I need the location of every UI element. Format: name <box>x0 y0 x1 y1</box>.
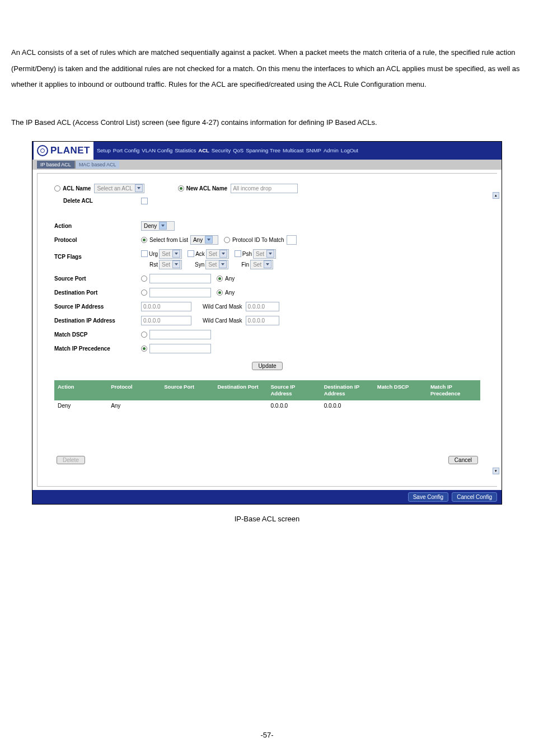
td-action: Deny <box>54 400 107 411</box>
logo: PLANET <box>34 142 93 160</box>
tab-ip-acl[interactable]: IP based ACL <box>37 161 74 169</box>
page-number: -57- <box>0 731 534 739</box>
dstip-input[interactable] <box>141 316 191 325</box>
td-protocol: Any <box>107 400 161 411</box>
srcport-input[interactable] <box>149 274 211 283</box>
th-srcip: Source IP Address <box>268 382 321 399</box>
protocol-label: Protocol <box>54 237 141 243</box>
ack-select[interactable]: Set <box>206 249 229 259</box>
chevron-down-icon <box>135 184 143 192</box>
nav-snmp[interactable]: SNMP <box>306 147 321 153</box>
psh-select[interactable]: Set <box>253 249 276 259</box>
chevron-down-icon <box>159 222 167 230</box>
th-dstport: Destination Port <box>214 382 267 399</box>
main-nav: Setup Port Config VLAN Config Statistics… <box>97 147 358 153</box>
chevron-down-icon <box>172 260 180 268</box>
action-select[interactable]: Deny <box>141 221 175 231</box>
delete-acl-checkbox[interactable] <box>141 198 148 204</box>
dscp-radio[interactable] <box>141 332 147 338</box>
protocol-list-radio[interactable] <box>141 237 147 243</box>
td-dstport <box>214 400 267 411</box>
dstport-input[interactable] <box>149 288 211 297</box>
chevron-down-icon <box>219 250 227 258</box>
protocol-select[interactable]: Any <box>190 235 218 245</box>
cancel-button[interactable]: Cancel <box>448 456 478 464</box>
topbar: PLANET Setup Port Config VLAN Config Sta… <box>32 142 502 160</box>
srcport-any-radio[interactable] <box>217 276 223 282</box>
dscp-input[interactable] <box>149 330 211 339</box>
acl-name-radio[interactable] <box>54 185 60 192</box>
fin-select[interactable]: Set <box>250 260 273 269</box>
cancel-config-button[interactable]: Cancel Config <box>452 492 497 502</box>
tab-mac-acl[interactable]: MAC based ACL <box>76 161 120 169</box>
srcip-label: Source IP Address <box>54 304 141 310</box>
nav-logout[interactable]: LogOut <box>341 147 358 153</box>
srcip-mask-label: Wild Card Mask <box>203 304 242 310</box>
acl-name-select[interactable]: Select an ACL <box>94 184 144 193</box>
nav-statistics[interactable]: Statistics <box>175 147 196 153</box>
nav-acl[interactable]: ACL <box>198 147 209 153</box>
select-from-list-label: Select from List <box>149 237 188 243</box>
save-config-button[interactable]: Save Config <box>408 492 448 502</box>
action-label: Action <box>54 223 141 229</box>
srcport-value-radio[interactable] <box>141 276 147 282</box>
ipprec-input[interactable] <box>149 344 211 353</box>
nav-qos[interactable]: QoS <box>233 147 243 153</box>
new-acl-input[interactable] <box>231 184 298 193</box>
new-acl-label: New ACL Name <box>186 185 227 192</box>
dstip-label: Destination IP Address <box>54 318 141 324</box>
psh-checkbox[interactable] <box>235 250 241 257</box>
nav-portconfig[interactable]: Port Config <box>113 147 140 153</box>
sub-intro: The IP Based ACL (Access Control List) s… <box>0 93 534 136</box>
protocol-id-input[interactable] <box>287 235 297 245</box>
update-button[interactable]: Update <box>252 362 282 370</box>
dstip-mask-label: Wild Card Mask <box>203 318 242 324</box>
nav-security[interactable]: Security <box>212 147 231 153</box>
acl-name-label: ACL Name <box>63 185 91 192</box>
chevron-down-icon <box>172 250 180 258</box>
nav-setup[interactable]: Setup <box>97 147 111 153</box>
nav-vlanconfig[interactable]: VLAN Config <box>142 147 172 153</box>
protocol-id-radio[interactable] <box>224 237 230 243</box>
chevron-down-icon <box>266 250 274 258</box>
td-srcip: 0.0.0.0 <box>268 400 321 411</box>
intro-paragraph: An ACL consists of a set of rules which … <box>0 0 534 93</box>
tcpflags-label: TCP Flags <box>54 249 141 260</box>
table-row[interactable]: Deny Any 0.0.0.0 0.0.0.0 <box>54 400 480 411</box>
th-srcport: Source Port <box>161 382 214 399</box>
chevron-down-icon <box>264 260 271 268</box>
urg-checkbox[interactable] <box>141 250 148 257</box>
inner-panel: ACL Name Select an ACL New ACL Name Dele… <box>37 173 497 487</box>
td-dscp <box>374 400 427 411</box>
td-dstip: 0.0.0.0 <box>321 400 374 411</box>
content-area: ▴ ▾ ACL Name Select an ACL New ACL Name … <box>32 170 502 490</box>
srcport-label: Source Port <box>54 276 141 282</box>
ack-checkbox[interactable] <box>188 250 194 257</box>
rst-select[interactable]: Set <box>159 260 182 269</box>
dstip-mask-input[interactable] <box>246 316 279 325</box>
th-protocol: Protocol <box>107 382 161 399</box>
dscp-label: Match DSCP <box>54 332 141 338</box>
srcip-mask-input[interactable] <box>246 302 279 311</box>
dstport-any-radio[interactable] <box>217 290 223 296</box>
ipprec-label: Match IP Precedence <box>54 346 141 352</box>
dstport-value-radio[interactable] <box>141 290 147 296</box>
th-dscp: Match DSCP <box>374 382 427 399</box>
tabrow: IP based ACL MAC based ACL <box>32 160 502 170</box>
nav-spanningtree[interactable]: Spanning Tree <box>246 147 280 153</box>
ipprec-radio[interactable] <box>141 346 147 352</box>
new-acl-radio[interactable] <box>178 185 184 192</box>
logo-text: PLANET <box>50 145 90 156</box>
acl-table-header: Action Protocol Source Port Destination … <box>54 380 480 401</box>
delete-acl-label: Delete ACL <box>54 198 141 204</box>
srcport-any-label: Any <box>225 276 235 282</box>
dstport-any-label: Any <box>225 290 235 296</box>
protocol-id-label: Protocol ID To Match <box>232 237 284 243</box>
urg-select[interactable]: Set <box>159 249 182 259</box>
syn-select[interactable]: Set <box>205 260 228 269</box>
delete-button[interactable]: Delete <box>57 456 85 464</box>
srcip-input[interactable] <box>141 302 191 311</box>
footer-buttons: Save Config Cancel Config <box>32 490 502 504</box>
nav-admin[interactable]: Admin <box>324 147 339 153</box>
nav-multicast[interactable]: Multicast <box>283 147 303 153</box>
